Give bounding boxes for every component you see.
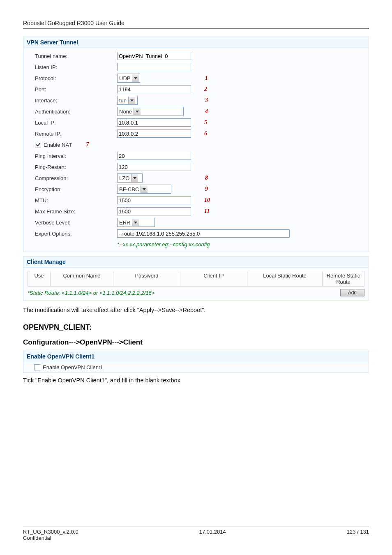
dropdown-icon bbox=[132, 219, 139, 226]
ping-restart-input[interactable] bbox=[117, 163, 191, 171]
enable-openvpn-client-panel: Enable OpenVPN Client1 Enable OpenVPN Cl… bbox=[23, 351, 369, 373]
expert-label: Expert Options: bbox=[28, 231, 117, 237]
interface-select[interactable]: tun bbox=[117, 96, 138, 105]
footer-right: 123 / 131 bbox=[347, 529, 369, 535]
dropdown-icon bbox=[141, 185, 148, 193]
port-input[interactable] bbox=[117, 85, 191, 93]
note-tick: Tick "Enable OpenVPN Client1", and fill … bbox=[23, 377, 369, 384]
encryption-select[interactable]: BF-CBC bbox=[117, 185, 171, 194]
footer-center: 17.01.2014 bbox=[199, 529, 226, 535]
expert-hint: *--xx xx.parameter,eg:--config xx.config bbox=[28, 240, 364, 247]
header-rule bbox=[23, 28, 369, 29]
callout-9: 9 bbox=[205, 186, 208, 192]
enable-nat-label: Enable NAT bbox=[44, 142, 72, 148]
heading-config-path: Configuration--->OpenVPN--->Client bbox=[23, 338, 369, 347]
listen-ip-input[interactable] bbox=[117, 63, 191, 71]
vpn-server-tunnel-panel: VPN Server Tunnel Tunnel name: Listen IP… bbox=[23, 37, 369, 252]
col-password: Password bbox=[113, 271, 180, 287]
col-use: Use bbox=[28, 271, 51, 287]
local-ip-input[interactable] bbox=[117, 118, 191, 127]
mtu-input[interactable] bbox=[117, 196, 191, 204]
verbose-select[interactable]: ERR bbox=[117, 218, 155, 227]
footer-left: RT_UG_R3000_v.2.0.0 bbox=[23, 529, 78, 535]
callout-2: 2 bbox=[204, 86, 207, 92]
client-manage-panel: Client Manage Use Common Name Password C… bbox=[23, 256, 369, 301]
mtu-label: MTU: bbox=[28, 197, 117, 204]
col-remote-static-route: Remote Static Route bbox=[323, 271, 364, 287]
enable-openvpn-client1-checkbox[interactable] bbox=[34, 364, 40, 370]
dropdown-icon bbox=[132, 74, 139, 82]
port-label: Port: bbox=[28, 86, 117, 92]
dropdown-icon bbox=[134, 108, 141, 115]
protocol-label: Protocol: bbox=[28, 75, 117, 81]
callout-8: 8 bbox=[205, 175, 208, 181]
dropdown-icon bbox=[128, 97, 135, 104]
page-footer: RT_UG_R3000_v.2.0.0 17.01.2014 123 / 131… bbox=[23, 527, 369, 541]
callout-4: 4 bbox=[205, 108, 208, 115]
col-common-name: Common Name bbox=[51, 271, 113, 287]
page-header: Robustel GoRugged R3000 User Guide bbox=[23, 20, 369, 28]
enable-openvpn-title: Enable OpenVPN Client1 bbox=[23, 351, 369, 362]
auth-label: Authentication: bbox=[28, 109, 117, 115]
enable-nat-checkbox[interactable] bbox=[35, 142, 41, 148]
ping-interval-input[interactable] bbox=[117, 152, 191, 160]
callout-7: 7 bbox=[86, 141, 89, 148]
max-frame-label: Max Frame Size: bbox=[28, 208, 117, 215]
vpn-panel-title: VPN Server Tunnel bbox=[23, 37, 369, 48]
tunnel-name-label: Tunnel name: bbox=[28, 53, 117, 59]
remote-ip-label: Remote IP: bbox=[28, 131, 117, 137]
compression-label: Compression: bbox=[28, 175, 117, 181]
protocol-select[interactable]: UDP bbox=[117, 74, 140, 83]
col-local-static-route: Local Static Route bbox=[247, 271, 323, 287]
ping-restart-label: Ping-Restart: bbox=[28, 164, 117, 170]
compression-select[interactable]: LZO bbox=[117, 173, 143, 183]
verbose-label: Verbose Level: bbox=[28, 220, 117, 226]
callout-6: 6 bbox=[204, 130, 207, 137]
note-apply: The modifications will take effect after… bbox=[23, 307, 369, 313]
client-table-header: Use Common Name Password Client IP Local… bbox=[28, 271, 364, 287]
callout-1: 1 bbox=[205, 75, 208, 81]
expert-input[interactable] bbox=[117, 229, 290, 238]
callout-3: 3 bbox=[205, 97, 208, 104]
callout-11: 11 bbox=[204, 208, 210, 215]
callout-5: 5 bbox=[204, 119, 207, 126]
local-ip-label: Local IP: bbox=[28, 120, 117, 126]
dropdown-icon bbox=[131, 174, 138, 182]
tunnel-name-input[interactable] bbox=[117, 52, 191, 60]
enable-openvpn-client1-label: Enable OpenVPN Client1 bbox=[43, 364, 103, 370]
auth-select[interactable]: None bbox=[117, 107, 184, 116]
max-frame-input[interactable] bbox=[117, 207, 191, 215]
remote-ip-input[interactable] bbox=[117, 130, 191, 138]
col-client-ip: Client IP bbox=[180, 271, 247, 287]
client-manage-title: Client Manage bbox=[23, 257, 369, 268]
ping-interval-label: Ping Interval: bbox=[28, 153, 117, 159]
static-route-hint: *Static Route: <1.1.1.0/24> or <1.1.1.0/… bbox=[28, 290, 154, 296]
footer-confidential: Confidential bbox=[23, 535, 369, 541]
listen-ip-label: Listen IP: bbox=[28, 64, 117, 70]
interface-label: Interface: bbox=[28, 97, 117, 104]
callout-10: 10 bbox=[204, 197, 210, 204]
add-button[interactable]: Add bbox=[340, 289, 364, 296]
encryption-label: Encryption: bbox=[28, 186, 117, 192]
heading-openvpn-client: OPENVPN_CLIENT: bbox=[23, 323, 369, 332]
